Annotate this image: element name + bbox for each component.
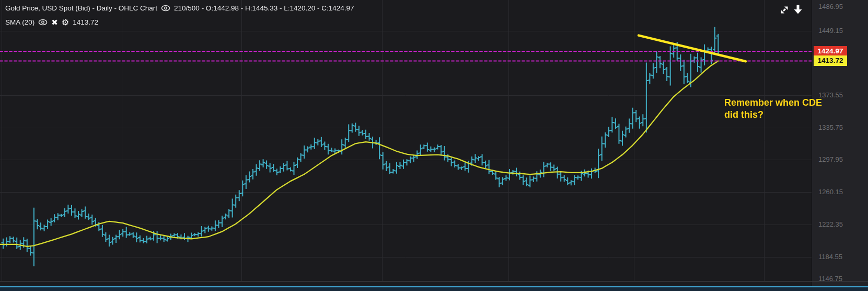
annotation-line2: did this? — [724, 109, 822, 121]
axis-tick: 1449.15 — [818, 27, 843, 35]
chart-annotation: Remember when CDE did this? — [724, 97, 822, 121]
annotation-line1: Remember when CDE — [724, 97, 822, 109]
axis-tick: 1297.95 — [818, 155, 843, 163]
expand-arrows-icon[interactable] — [779, 4, 790, 16]
axis-tick: 1184.55 — [818, 253, 842, 261]
price-badge: 1413.72 — [814, 55, 847, 66]
axis-tick: 1260.15 — [818, 188, 843, 196]
price-badge: 1424.97 — [814, 46, 847, 57]
remove-indicator-icon[interactable]: ✖ — [51, 18, 58, 27]
axis-tick: 1222.35 — [818, 220, 843, 228]
chart-header: Gold Price, USD Spot (Bid) - Daily - OHL… — [5, 4, 354, 12]
chart-title: Gold Price, USD Spot (Bid) - Daily - OHL… — [5, 4, 157, 12]
eye-icon[interactable] — [38, 19, 48, 26]
indicator-settings-icon[interactable]: ⚙ — [62, 17, 69, 27]
indicator-row: SMA (20) ✖ ⚙ 1413.72 — [5, 17, 98, 27]
plot-bottom-border — [0, 281, 868, 282]
ohlc-values: 210/500 - O:1442.98 - H:1445.33 - L:1420… — [174, 4, 354, 12]
price-chart-plot[interactable] — [0, 0, 812, 286]
eye-icon[interactable] — [161, 5, 170, 12]
indicator-name: SMA (20) — [5, 18, 34, 26]
down-arrow-icon[interactable] — [792, 3, 804, 16]
indicator-value: 1413.72 — [73, 18, 98, 26]
axis-tick: 1486.95 — [818, 3, 843, 10]
timeline-track[interactable] — [0, 287, 868, 291]
axis-tick: 1335.75 — [818, 124, 843, 131]
chart-window: Gold Price, USD Spot (Bid) - Daily - OHL… — [0, 0, 868, 291]
price-axis[interactable]: 1486.951449.151373.551335.751297.951260.… — [812, 0, 868, 286]
